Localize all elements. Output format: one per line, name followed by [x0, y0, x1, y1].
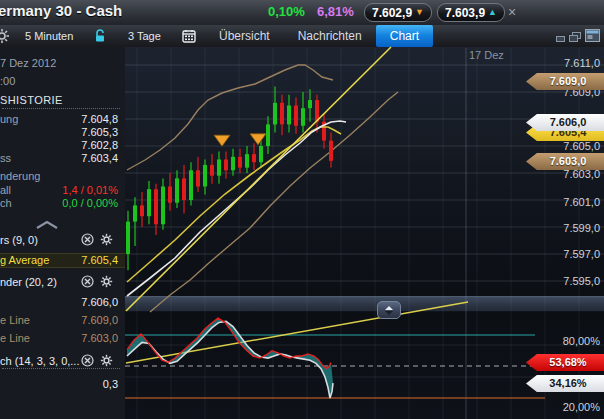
session-date-label: 17 Dez [469, 49, 504, 61]
percent-axis-tick: 80,00% [563, 335, 600, 348]
price-axis-tick: 7.601,0 [563, 196, 600, 209]
percent-marker-red: 53,68% [526, 354, 604, 371]
percent-axis-tick: 20,00% [563, 401, 600, 414]
percent-marker-white: 34,16% [526, 375, 604, 392]
price-axis-tick: 7.605,0 [563, 140, 600, 153]
price-axis-tick: 7.611,0 [564, 57, 600, 70]
price-axis-tick: 7.597,0 [563, 248, 600, 261]
price-axis-tick: 7.599,0 [563, 222, 600, 235]
price-chart [0, 0, 604, 419]
splitter-handle-button[interactable] [377, 301, 401, 319]
chevron-down-icon [385, 311, 393, 315]
price-marker-tan: 7.603,0 [526, 153, 604, 170]
price-marker-tan: 7.609,0 [526, 73, 604, 90]
price-marker-white: 7.606,0 [526, 114, 604, 131]
trading-platform-window: ermany 30 - Cash 0,10% 6,81% 7.602,9 ▼ 7… [0, 0, 604, 419]
sell-signal-triangle [250, 134, 266, 145]
price-axis-tick: 7.595,0 [563, 275, 600, 288]
chevron-up-icon [385, 306, 393, 310]
sell-signal-triangle [214, 135, 230, 146]
